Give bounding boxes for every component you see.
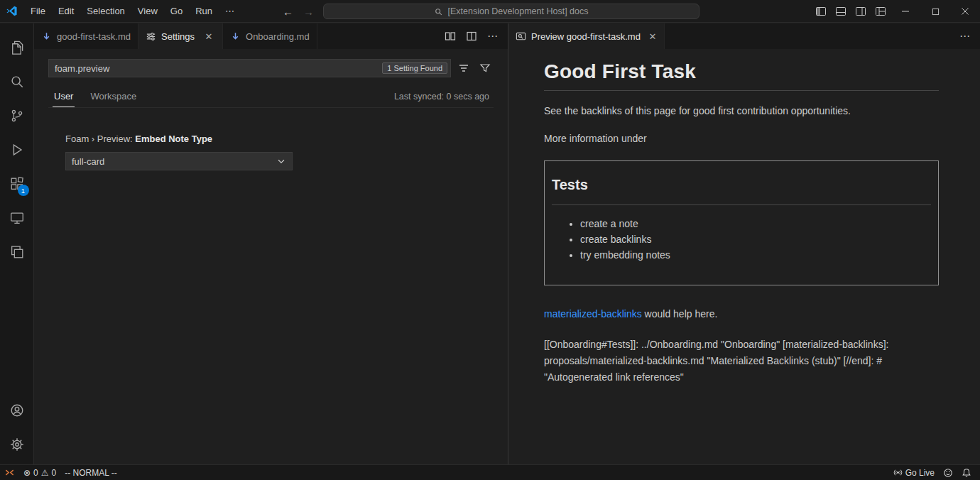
embedded-note-list: create a note create backlinks try embed…	[552, 218, 931, 261]
left-tab-actions: ⋯	[441, 23, 508, 49]
left-tab-bar: good-first-task.md Settings ✕ Onboarding…	[34, 23, 508, 49]
settings-file-icon	[146, 31, 156, 42]
extensions-badge: 1	[18, 185, 29, 196]
close-tab-icon[interactable]: ✕	[202, 30, 215, 43]
scope-tab-workspace[interactable]: Workspace	[89, 86, 138, 107]
command-center-search[interactable]: [Extension Development Host] docs	[323, 4, 699, 19]
tab-label: Settings	[161, 31, 195, 42]
right-tab-actions: ⋯	[956, 23, 980, 49]
menu-bar: File Edit Selection View Go Run ⋯	[0, 4, 240, 18]
tab-label: Onboarding.md	[246, 31, 310, 42]
open-changes-icon[interactable]	[441, 27, 459, 45]
menu-file[interactable]: File	[25, 4, 51, 18]
preview-file-icon	[516, 31, 526, 42]
scope-tab-user[interactable]: User	[53, 86, 75, 107]
minimize-button[interactable]	[891, 0, 920, 23]
status-bar-left: ⊗ 0 ⚠ 0 -- NORMAL --	[0, 465, 121, 480]
notifications-bell-icon[interactable]	[957, 465, 976, 480]
forward-arrow-icon[interactable]: →	[303, 6, 314, 18]
list-item: create backlinks	[580, 234, 931, 245]
tab-onboarding[interactable]: Onboarding.md	[223, 23, 317, 49]
problems-status[interactable]: ⊗ 0 ⚠ 0	[19, 465, 60, 480]
go-live-button[interactable]: Go Live	[889, 465, 939, 480]
chevron-down-icon	[276, 156, 286, 166]
feedback-icon[interactable]	[939, 465, 957, 480]
warning-count: 0	[52, 468, 57, 478]
error-icon: ⊗	[23, 468, 31, 478]
close-tab-icon[interactable]: ✕	[648, 30, 657, 43]
error-count: 0	[33, 468, 38, 478]
embedded-note-heading: Tests	[552, 177, 931, 205]
menu-edit[interactable]: Edit	[53, 4, 80, 18]
remote-explorer-icon[interactable]	[0, 201, 34, 235]
settings-search-input[interactable]	[55, 63, 382, 74]
setting-name: Embed Note Type	[135, 133, 212, 144]
toggle-sidebar-left-icon[interactable]	[811, 0, 831, 23]
back-arrow-icon[interactable]: ←	[283, 6, 293, 18]
menu-more[interactable]: ⋯	[219, 4, 240, 18]
warning-icon: ⚠	[41, 468, 49, 478]
embedded-note-card: Tests create a note create backlinks try…	[544, 160, 939, 285]
close-window-button[interactable]	[950, 0, 980, 23]
vscode-logo-icon	[6, 5, 18, 17]
vim-mode-indicator[interactable]: -- NORMAL --	[60, 465, 121, 480]
account-icon[interactable]	[0, 393, 34, 427]
right-tab-bar: Preview good-first-task.md ✕ ⋯	[508, 23, 980, 49]
toggle-sidebar-right-icon[interactable]	[851, 0, 871, 23]
setting-category: Foam › Preview:	[65, 133, 135, 144]
settings-search-box[interactable]: 1 Setting Found	[48, 59, 451, 77]
tab-preview-good-first-task[interactable]: Preview good-first-task.md ✕	[508, 23, 665, 49]
menu-selection[interactable]: Selection	[81, 4, 130, 18]
search-icon	[434, 7, 443, 16]
more-actions-icon[interactable]: ⋯	[956, 27, 974, 45]
history-nav: ← →	[283, 0, 314, 23]
windows-icon[interactable]	[0, 235, 34, 269]
embed-note-type-select[interactable]: full-card	[65, 152, 293, 170]
search-view-icon[interactable]	[0, 65, 34, 99]
funnel-filter-icon[interactable]	[477, 60, 494, 77]
explorer-icon[interactable]	[0, 31, 34, 65]
extensions-icon[interactable]: 1	[0, 167, 34, 201]
filter-lines-icon[interactable]	[455, 60, 472, 77]
last-synced-label: Last synced: 0 secs ago	[394, 92, 489, 107]
source-control-icon[interactable]	[0, 99, 34, 133]
broadcast-icon	[893, 468, 903, 477]
menu-go[interactable]: Go	[165, 4, 188, 18]
preview-intro: See the backlinks of this page for good …	[544, 104, 939, 119]
activity-bar-bottom	[0, 393, 34, 464]
maximize-button[interactable]	[920, 0, 950, 23]
menu-view[interactable]: View	[132, 4, 163, 18]
titlebar-actions	[811, 0, 980, 23]
status-bar: ⊗ 0 ⚠ 0 -- NORMAL -- Go Live	[0, 464, 980, 480]
setting-item-embed-note-type: Foam › Preview: Embed Note Type full-car…	[65, 133, 494, 170]
preview-more-info: More information under	[544, 131, 939, 146]
help-line-tail: would help here.	[642, 308, 718, 320]
settings-editor: 1 Setting Found User Workspace Last sync…	[34, 49, 508, 464]
markdown-preview: Good First Task See the backlinks of thi…	[508, 49, 980, 464]
settings-gear-icon[interactable]	[0, 427, 34, 462]
editor-group-right: Preview good-first-task.md ✕ ⋯ Good Firs…	[508, 23, 980, 464]
list-item: try embedding notes	[580, 249, 931, 261]
status-bar-right: Go Live	[889, 465, 980, 480]
title-bar: File Edit Selection View Go Run ⋯ ← → [E…	[0, 0, 980, 23]
split-editor-icon[interactable]	[462, 27, 481, 45]
more-actions-icon[interactable]: ⋯	[484, 27, 502, 45]
activity-bar: 1	[0, 23, 34, 464]
editor-group-left: good-first-task.md Settings ✕ Onboarding…	[34, 23, 508, 464]
workbench: 1 good-first-task.md	[0, 23, 980, 464]
materialized-backlinks-link[interactable]: materialized-backlinks	[544, 308, 642, 320]
command-center-label: [Extension Development Host] docs	[447, 6, 588, 16]
tab-label: Preview good-first-task.md	[531, 31, 641, 42]
settings-search-row: 1 Setting Found	[48, 59, 494, 77]
foam-file-icon	[41, 31, 52, 42]
settings-found-badge: 1 Setting Found	[382, 62, 447, 74]
remote-indicator-icon[interactable]	[0, 465, 19, 480]
run-debug-icon[interactable]	[0, 133, 34, 167]
tab-good-first-task[interactable]: good-first-task.md	[34, 23, 138, 49]
tab-settings[interactable]: Settings ✕	[138, 23, 223, 49]
preview-title: Good First Task	[544, 60, 939, 91]
toggle-panel-icon[interactable]	[831, 0, 851, 23]
setting-label: Foam › Preview: Embed Note Type	[65, 133, 494, 144]
customize-layout-icon[interactable]	[871, 0, 891, 23]
menu-run[interactable]: Run	[190, 4, 218, 18]
